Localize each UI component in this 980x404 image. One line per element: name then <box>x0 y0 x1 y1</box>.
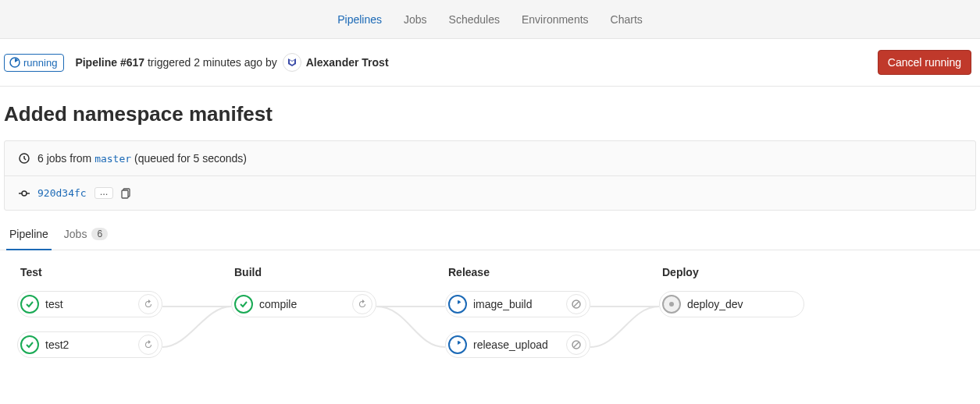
svg-point-2 <box>22 191 27 196</box>
created-icon <box>662 295 681 314</box>
job-test2[interactable]: test2 <box>17 331 162 358</box>
nav-charts[interactable]: Charts <box>611 13 643 26</box>
expand-commit-button[interactable]: ... <box>94 187 114 199</box>
pipeline-info: Pipeline #617 triggered 2 minutes ago by <box>75 56 276 69</box>
job-name: release_upload <box>473 338 560 351</box>
branch-link[interactable]: master <box>94 153 131 165</box>
job-name: image_build <box>473 298 560 310</box>
retry-button[interactable] <box>352 294 372 314</box>
copy-sha-icon[interactable] <box>121 188 132 199</box>
pipeline-id[interactable]: Pipeline #617 <box>75 56 144 69</box>
pipeline-graph: Test test test2 Build compil <box>0 250 980 404</box>
author-name[interactable]: Alexander Trost <box>306 56 389 69</box>
job-image-build[interactable]: image_build <box>445 291 590 317</box>
pipeline-header: running Pipeline #617 triggered 2 minute… <box>0 39 980 87</box>
stage-deploy: Deploy deploy_dev <box>659 266 804 331</box>
avatar[interactable] <box>283 53 301 72</box>
job-release-upload[interactable]: release_upload <box>445 331 590 358</box>
job-test[interactable]: test <box>17 291 162 317</box>
clock-icon <box>19 153 30 164</box>
commit-icon <box>19 188 30 199</box>
cancel-job-button[interactable] <box>566 294 586 314</box>
job-name: test <box>45 298 132 310</box>
job-name: deploy_dev <box>687 298 801 310</box>
success-icon <box>20 335 39 354</box>
retry-button[interactable] <box>138 335 159 355</box>
running-icon <box>448 335 467 354</box>
cancel-job-button[interactable] <box>566 335 586 355</box>
svg-rect-6 <box>122 190 128 198</box>
jobs-info-text: 6 jobs from master (queued for 5 seconds… <box>37 152 247 165</box>
nav-environments[interactable]: Environments <box>522 13 589 26</box>
success-icon <box>20 295 39 314</box>
stage-release: Release image_build release_upload <box>445 266 590 372</box>
job-deploy-dev[interactable]: deploy_dev <box>659 291 804 317</box>
svg-point-11 <box>669 302 674 307</box>
stage-test: Test test test2 <box>17 266 162 372</box>
nav-pipelines[interactable]: Pipelines <box>337 13 382 26</box>
job-name: compile <box>259 298 346 310</box>
tab-pipeline[interactable]: Pipeline <box>9 228 48 250</box>
status-label: running <box>23 57 57 69</box>
triggered-text: triggered 2 minutes ago by <box>144 56 277 69</box>
pipeline-info-panel: 6 jobs from master (queued for 5 seconds… <box>4 140 976 211</box>
job-name: test2 <box>45 338 132 351</box>
stage-title: Build <box>231 266 376 278</box>
tab-jobs[interactable]: Jobs 6 <box>64 228 108 250</box>
jobs-count-badge: 6 <box>91 228 108 240</box>
stage-title: Test <box>17 266 162 278</box>
stage-title: Deploy <box>659 266 804 278</box>
commit-sha-row: 920d34fc ... <box>5 175 975 210</box>
job-compile[interactable]: compile <box>231 291 376 317</box>
status-badge[interactable]: running <box>4 54 64 72</box>
cancel-running-button[interactable]: Cancel running <box>878 50 971 75</box>
svg-line-10 <box>574 342 579 347</box>
running-icon <box>448 295 467 314</box>
commit-title: Added namespace manifest <box>0 87 980 140</box>
retry-button[interactable] <box>138 294 159 314</box>
svg-line-8 <box>574 302 579 307</box>
avatar-icon <box>287 57 298 68</box>
stage-build: Build compile <box>231 266 376 331</box>
running-icon <box>9 57 20 68</box>
nav-jobs[interactable]: Jobs <box>404 13 427 26</box>
stage-title: Release <box>445 266 590 278</box>
top-nav: Pipelines Jobs Schedules Environments Ch… <box>0 0 980 39</box>
jobs-info-row: 6 jobs from master (queued for 5 seconds… <box>5 141 975 175</box>
nav-schedules[interactable]: Schedules <box>449 13 500 26</box>
commit-sha-link[interactable]: 920d34fc <box>37 187 87 199</box>
success-icon <box>234 295 253 314</box>
pipeline-tabs: Pipeline Jobs 6 <box>0 217 980 250</box>
